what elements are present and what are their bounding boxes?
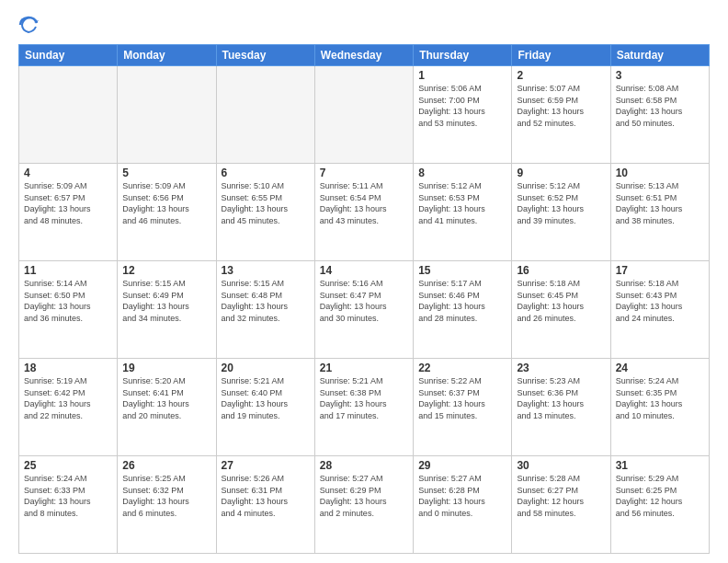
day-info: Sunrise: 5:06 AMSunset: 7:00 PMDaylight:… bbox=[418, 83, 506, 129]
day-number: 13 bbox=[222, 264, 310, 277]
calendar-cell: 10Sunrise: 5:13 AMSunset: 6:51 PMDayligh… bbox=[610, 164, 709, 261]
calendar-cell: 8Sunrise: 5:12 AMSunset: 6:53 PMDaylight… bbox=[414, 164, 512, 261]
calendar-cell: 4Sunrise: 5:09 AMSunset: 6:57 PMDaylight… bbox=[19, 164, 118, 261]
day-info: Sunrise: 5:26 AMSunset: 6:31 PMDaylight:… bbox=[222, 473, 310, 519]
day-info: Sunrise: 5:25 AMSunset: 6:32 PMDaylight:… bbox=[122, 473, 210, 519]
weekday-header-row: SundayMondayTuesdayWednesdayThursdayFrid… bbox=[19, 45, 710, 66]
day-number: 11 bbox=[24, 264, 112, 277]
day-info: Sunrise: 5:29 AMSunset: 6:25 PMDaylight:… bbox=[616, 473, 704, 519]
day-info: Sunrise: 5:11 AMSunset: 6:54 PMDaylight:… bbox=[320, 180, 408, 226]
day-number: 5 bbox=[122, 167, 210, 179]
calendar-cell: 17Sunrise: 5:18 AMSunset: 6:43 PMDayligh… bbox=[610, 261, 709, 359]
calendar-cell: 2Sunrise: 5:07 AMSunset: 6:59 PMDaylight… bbox=[512, 66, 610, 164]
calendar-cell bbox=[216, 66, 314, 164]
day-info: Sunrise: 5:16 AMSunset: 6:47 PMDaylight:… bbox=[320, 278, 408, 324]
day-number: 7 bbox=[320, 167, 408, 179]
day-info: Sunrise: 5:12 AMSunset: 6:52 PMDaylight:… bbox=[517, 180, 605, 226]
calendar-cell: 14Sunrise: 5:16 AMSunset: 6:47 PMDayligh… bbox=[314, 261, 413, 359]
day-info: Sunrise: 5:24 AMSunset: 6:33 PMDaylight:… bbox=[24, 473, 112, 519]
day-number: 18 bbox=[24, 362, 112, 374]
day-info: Sunrise: 5:19 AMSunset: 6:42 PMDaylight:… bbox=[24, 375, 112, 421]
day-number: 27 bbox=[222, 459, 310, 472]
calendar-cell: 11Sunrise: 5:14 AMSunset: 6:50 PMDayligh… bbox=[19, 261, 118, 359]
logo-icon bbox=[18, 15, 39, 35]
day-number: 14 bbox=[320, 264, 408, 277]
day-info: Sunrise: 5:23 AMSunset: 6:36 PMDaylight:… bbox=[517, 375, 605, 421]
calendar-cell: 21Sunrise: 5:21 AMSunset: 6:38 PMDayligh… bbox=[314, 359, 413, 456]
day-info: Sunrise: 5:13 AMSunset: 6:51 PMDaylight:… bbox=[616, 180, 704, 226]
day-number: 8 bbox=[418, 167, 506, 179]
day-number: 26 bbox=[122, 459, 210, 472]
day-info: Sunrise: 5:21 AMSunset: 6:40 PMDaylight:… bbox=[222, 375, 310, 421]
calendar-week-5: 25Sunrise: 5:24 AMSunset: 6:33 PMDayligh… bbox=[19, 456, 710, 554]
calendar-cell: 12Sunrise: 5:15 AMSunset: 6:49 PMDayligh… bbox=[118, 261, 216, 359]
calendar-cell: 7Sunrise: 5:11 AMSunset: 6:54 PMDaylight… bbox=[314, 164, 413, 261]
day-number: 10 bbox=[616, 167, 704, 179]
calendar-cell: 22Sunrise: 5:22 AMSunset: 6:37 PMDayligh… bbox=[414, 359, 512, 456]
day-number: 24 bbox=[616, 362, 704, 374]
calendar-cell: 30Sunrise: 5:28 AMSunset: 6:27 PMDayligh… bbox=[512, 456, 610, 554]
day-info: Sunrise: 5:09 AMSunset: 6:56 PMDaylight:… bbox=[122, 180, 210, 226]
day-info: Sunrise: 5:27 AMSunset: 6:29 PMDaylight:… bbox=[320, 473, 408, 519]
calendar-cell: 29Sunrise: 5:27 AMSunset: 6:28 PMDayligh… bbox=[414, 456, 512, 554]
calendar-week-4: 18Sunrise: 5:19 AMSunset: 6:42 PMDayligh… bbox=[19, 359, 710, 456]
day-number: 3 bbox=[616, 69, 704, 82]
weekday-header-monday: Monday bbox=[118, 45, 216, 66]
day-info: Sunrise: 5:28 AMSunset: 6:27 PMDaylight:… bbox=[517, 473, 605, 519]
day-number: 28 bbox=[320, 459, 408, 472]
calendar-cell: 5Sunrise: 5:09 AMSunset: 6:56 PMDaylight… bbox=[118, 164, 216, 261]
day-number: 30 bbox=[517, 459, 605, 472]
header bbox=[18, 15, 710, 35]
calendar-cell: 28Sunrise: 5:27 AMSunset: 6:29 PMDayligh… bbox=[314, 456, 413, 554]
calendar-cell: 16Sunrise: 5:18 AMSunset: 6:45 PMDayligh… bbox=[512, 261, 610, 359]
calendar-week-1: 1Sunrise: 5:06 AMSunset: 7:00 PMDaylight… bbox=[19, 66, 710, 164]
calendar-cell: 13Sunrise: 5:15 AMSunset: 6:48 PMDayligh… bbox=[216, 261, 314, 359]
day-number: 17 bbox=[616, 264, 704, 277]
calendar-table: SundayMondayTuesdayWednesdayThursdayFrid… bbox=[18, 44, 710, 554]
day-number: 19 bbox=[122, 362, 210, 374]
day-number: 21 bbox=[320, 362, 408, 374]
calendar-cell: 18Sunrise: 5:19 AMSunset: 6:42 PMDayligh… bbox=[19, 359, 118, 456]
day-info: Sunrise: 5:15 AMSunset: 6:48 PMDaylight:… bbox=[222, 278, 310, 324]
calendar-cell: 25Sunrise: 5:24 AMSunset: 6:33 PMDayligh… bbox=[19, 456, 118, 554]
day-number: 31 bbox=[616, 459, 704, 472]
day-info: Sunrise: 5:12 AMSunset: 6:53 PMDaylight:… bbox=[418, 180, 506, 226]
day-number: 12 bbox=[122, 264, 210, 277]
day-info: Sunrise: 5:14 AMSunset: 6:50 PMDaylight:… bbox=[24, 278, 112, 324]
day-info: Sunrise: 5:18 AMSunset: 6:43 PMDaylight:… bbox=[616, 278, 704, 324]
day-info: Sunrise: 5:10 AMSunset: 6:55 PMDaylight:… bbox=[222, 180, 310, 226]
calendar-cell: 24Sunrise: 5:24 AMSunset: 6:35 PMDayligh… bbox=[610, 359, 709, 456]
day-number: 25 bbox=[24, 459, 112, 472]
day-info: Sunrise: 5:17 AMSunset: 6:46 PMDaylight:… bbox=[418, 278, 506, 324]
day-info: Sunrise: 5:08 AMSunset: 6:58 PMDaylight:… bbox=[616, 83, 704, 129]
day-number: 16 bbox=[517, 264, 605, 277]
calendar-week-3: 11Sunrise: 5:14 AMSunset: 6:50 PMDayligh… bbox=[19, 261, 710, 359]
calendar-cell: 20Sunrise: 5:21 AMSunset: 6:40 PMDayligh… bbox=[216, 359, 314, 456]
calendar-cell: 6Sunrise: 5:10 AMSunset: 6:55 PMDaylight… bbox=[216, 164, 314, 261]
day-number: 2 bbox=[517, 69, 605, 82]
day-number: 9 bbox=[517, 167, 605, 179]
logo bbox=[18, 15, 42, 35]
weekday-header-wednesday: Wednesday bbox=[314, 45, 413, 66]
calendar-week-2: 4Sunrise: 5:09 AMSunset: 6:57 PMDaylight… bbox=[19, 164, 710, 261]
weekday-header-saturday: Saturday bbox=[610, 45, 709, 66]
calendar-cell: 15Sunrise: 5:17 AMSunset: 6:46 PMDayligh… bbox=[414, 261, 512, 359]
weekday-header-thursday: Thursday bbox=[414, 45, 512, 66]
day-number: 6 bbox=[222, 167, 310, 179]
calendar-cell: 19Sunrise: 5:20 AMSunset: 6:41 PMDayligh… bbox=[118, 359, 216, 456]
day-info: Sunrise: 5:09 AMSunset: 6:57 PMDaylight:… bbox=[24, 180, 112, 226]
calendar-cell bbox=[118, 66, 216, 164]
calendar-cell: 9Sunrise: 5:12 AMSunset: 6:52 PMDaylight… bbox=[512, 164, 610, 261]
day-number: 22 bbox=[418, 362, 506, 374]
day-info: Sunrise: 5:20 AMSunset: 6:41 PMDaylight:… bbox=[122, 375, 210, 421]
day-number: 1 bbox=[418, 69, 506, 82]
day-number: 4 bbox=[24, 167, 112, 179]
day-info: Sunrise: 5:21 AMSunset: 6:38 PMDaylight:… bbox=[320, 375, 408, 421]
day-number: 23 bbox=[517, 362, 605, 374]
weekday-header-friday: Friday bbox=[512, 45, 610, 66]
day-info: Sunrise: 5:07 AMSunset: 6:59 PMDaylight:… bbox=[517, 83, 605, 129]
weekday-header-tuesday: Tuesday bbox=[216, 45, 314, 66]
calendar-cell bbox=[19, 66, 118, 164]
calendar-cell: 1Sunrise: 5:06 AMSunset: 7:00 PMDaylight… bbox=[414, 66, 512, 164]
calendar-cell: 27Sunrise: 5:26 AMSunset: 6:31 PMDayligh… bbox=[216, 456, 314, 554]
